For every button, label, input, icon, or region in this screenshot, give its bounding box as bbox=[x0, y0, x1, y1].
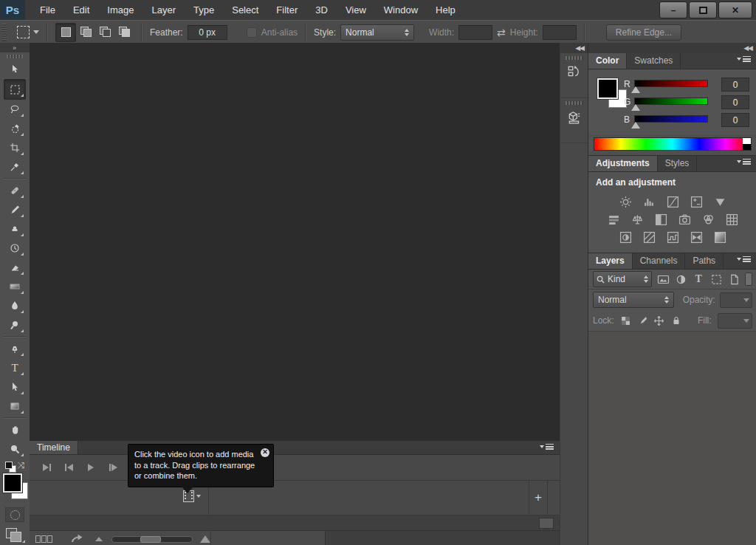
lock-position-icon[interactable] bbox=[653, 315, 664, 326]
zoom-out-timeline-icon[interactable] bbox=[95, 537, 103, 541]
width-input[interactable] bbox=[458, 25, 492, 40]
close-button[interactable]: ✕ bbox=[718, 1, 752, 18]
eraser-tool[interactable] bbox=[4, 258, 25, 277]
green-value-input[interactable]: 0 bbox=[721, 95, 749, 109]
threshold-icon[interactable] bbox=[664, 230, 681, 244]
lock-transparency-icon[interactable] bbox=[620, 315, 631, 326]
green-slider-thumb[interactable] bbox=[631, 104, 640, 111]
history-brush-tool[interactable] bbox=[4, 239, 25, 258]
previous-frame-button[interactable] bbox=[58, 459, 80, 476]
quick-selection-tool[interactable] bbox=[4, 119, 25, 138]
green-slider-track[interactable] bbox=[634, 97, 708, 105]
lock-pixels-icon[interactable] bbox=[636, 315, 647, 326]
dodge-tool[interactable] bbox=[4, 315, 25, 335]
filter-kind-select[interactable]: Kind bbox=[593, 271, 652, 287]
tab-channels[interactable]: Channels bbox=[633, 253, 686, 269]
swap-width-height-icon[interactable]: ⇄ bbox=[497, 27, 506, 38]
color-panel-menu-icon[interactable] bbox=[737, 56, 751, 62]
red-slider-thumb[interactable] bbox=[631, 86, 640, 93]
timeline-scrollbar[interactable] bbox=[539, 518, 554, 529]
black-and-white-icon[interactable] bbox=[653, 213, 669, 226]
tooltip-close-icon[interactable]: ✕ bbox=[261, 448, 269, 457]
screen-mode-button[interactable] bbox=[6, 528, 24, 543]
filter-smart-objects-icon[interactable] bbox=[728, 272, 740, 286]
rectangle-tool[interactable] bbox=[4, 397, 25, 416]
restore-button[interactable] bbox=[689, 1, 717, 18]
minimize-button[interactable]: – bbox=[659, 1, 687, 18]
filter-adjustment-layers-icon[interactable] bbox=[675, 272, 687, 286]
pen-tool[interactable] bbox=[4, 339, 25, 358]
menu-item[interactable]: Filter bbox=[267, 0, 306, 20]
menu-item[interactable]: File bbox=[31, 0, 64, 20]
lock-all-icon[interactable] bbox=[670, 315, 681, 326]
swap-colors-icon[interactable]: ⤨ bbox=[17, 460, 24, 470]
blue-slider-thumb[interactable] bbox=[631, 122, 640, 128]
tab-adjustments[interactable]: Adjustments bbox=[588, 156, 658, 171]
selective-color-icon[interactable] bbox=[712, 230, 728, 244]
blur-tool[interactable] bbox=[4, 296, 25, 315]
collapse-panels-chevron[interactable]: ◀◀ bbox=[588, 43, 756, 53]
gradient-map-icon[interactable] bbox=[688, 230, 704, 244]
red-slider-track[interactable] bbox=[634, 80, 708, 87]
canvas-area[interactable] bbox=[30, 43, 560, 441]
history-panel-button[interactable] bbox=[560, 53, 588, 98]
anti-alias-checkbox[interactable] bbox=[247, 27, 257, 38]
properties-panel-button[interactable] bbox=[560, 98, 588, 143]
menu-item[interactable]: Image bbox=[98, 0, 142, 20]
crop-tool[interactable] bbox=[4, 138, 25, 157]
rectangular-marquee-tool[interactable] bbox=[4, 79, 26, 100]
layers-list[interactable] bbox=[588, 332, 756, 545]
color-spectrum-ramp[interactable] bbox=[594, 137, 752, 151]
color-balance-icon[interactable] bbox=[629, 213, 645, 226]
red-value-input[interactable]: 0 bbox=[721, 78, 749, 92]
fill-input[interactable] bbox=[718, 313, 752, 329]
zoom-in-timeline-icon[interactable] bbox=[200, 535, 210, 543]
horizontal-type-tool[interactable]: T bbox=[4, 358, 25, 377]
gradient-tool[interactable] bbox=[4, 277, 25, 296]
zoom-tool[interactable] bbox=[4, 439, 25, 459]
style-select[interactable]: Normal bbox=[340, 24, 414, 41]
layers-panel-menu-icon[interactable] bbox=[737, 256, 751, 262]
vibrance-icon[interactable] bbox=[712, 195, 728, 208]
spot-healing-brush-tool[interactable] bbox=[4, 181, 25, 200]
tab-timeline[interactable]: Timeline bbox=[30, 441, 78, 454]
expand-panels-chevron[interactable]: ◀◀ bbox=[560, 43, 588, 53]
hue-saturation-icon[interactable] bbox=[605, 213, 622, 226]
height-input[interactable] bbox=[543, 25, 577, 40]
blue-slider-track[interactable] bbox=[634, 115, 708, 123]
filter-type-layers-icon[interactable]: T bbox=[693, 272, 705, 286]
tab-styles[interactable]: Styles bbox=[658, 156, 698, 171]
subtract-from-selection-button[interactable] bbox=[95, 23, 114, 41]
tools-grip[interactable] bbox=[7, 55, 23, 58]
menu-item[interactable]: 3D bbox=[306, 0, 337, 20]
go-to-first-frame-button[interactable] bbox=[35, 459, 58, 476]
add-track-button[interactable]: + bbox=[529, 481, 548, 514]
filter-pixel-layers-icon[interactable] bbox=[657, 272, 670, 286]
filter-shape-layers-icon[interactable] bbox=[710, 272, 723, 286]
menu-item[interactable]: Edit bbox=[64, 0, 98, 20]
menu-item[interactable]: Type bbox=[185, 0, 223, 20]
blend-mode-select[interactable]: Normal bbox=[593, 292, 674, 308]
clone-stamp-tool[interactable] bbox=[4, 219, 25, 239]
brightness-contrast-icon[interactable] bbox=[617, 195, 633, 208]
foreground-color-swatch[interactable] bbox=[3, 473, 22, 493]
tab-swatches[interactable]: Swatches bbox=[627, 53, 681, 69]
timeline-menu-icon[interactable] bbox=[540, 444, 554, 450]
adjustments-panel-menu-icon[interactable] bbox=[737, 159, 751, 165]
lasso-tool[interactable] bbox=[4, 100, 25, 119]
hand-tool[interactable] bbox=[4, 420, 25, 439]
tab-paths[interactable]: Paths bbox=[685, 253, 724, 269]
layer-filter-toggle[interactable] bbox=[745, 272, 752, 286]
blue-value-input[interactable]: 0 bbox=[721, 113, 749, 127]
curves-icon[interactable] bbox=[664, 195, 681, 208]
invert-icon[interactable] bbox=[617, 230, 633, 244]
photo-filter-icon[interactable] bbox=[676, 213, 693, 226]
refine-edge-button[interactable]: Refine Edge... bbox=[606, 24, 681, 41]
feather-input[interactable]: 0 px bbox=[188, 25, 227, 40]
menu-item[interactable]: Layer bbox=[143, 0, 185, 20]
menu-item[interactable]: View bbox=[337, 0, 375, 20]
posterize-icon[interactable] bbox=[641, 230, 657, 244]
color-lookup-icon[interactable] bbox=[724, 213, 740, 226]
move-tool[interactable] bbox=[4, 60, 25, 79]
levels-icon[interactable] bbox=[641, 195, 657, 208]
